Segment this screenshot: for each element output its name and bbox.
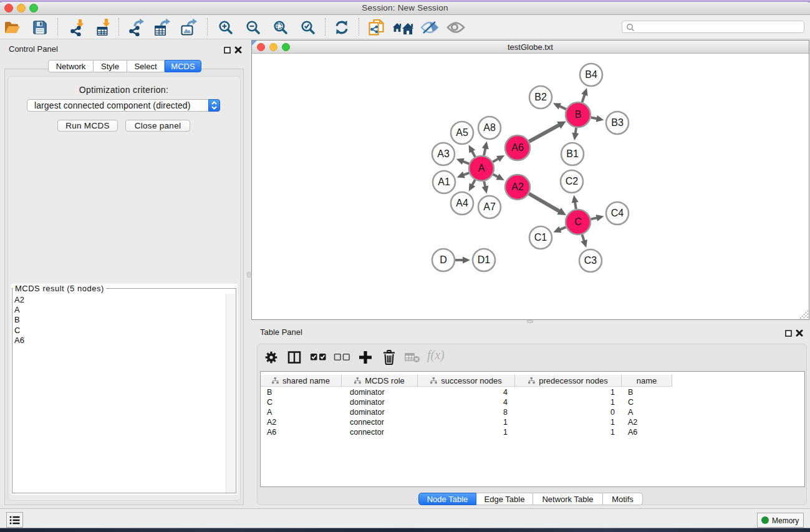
svg-text:C2: C2 bbox=[566, 176, 579, 186]
svg-text:A6: A6 bbox=[511, 142, 524, 153]
svg-text:C4: C4 bbox=[611, 208, 624, 218]
svg-text:A7: A7 bbox=[483, 201, 496, 212]
svg-text:B3: B3 bbox=[611, 117, 624, 128]
svg-text:A2: A2 bbox=[511, 181, 524, 192]
svg-text:C: C bbox=[574, 216, 582, 227]
svg-text:A: A bbox=[478, 163, 485, 173]
svg-text:B4: B4 bbox=[585, 69, 597, 80]
svg-text:B2: B2 bbox=[534, 92, 547, 102]
svg-text:B1: B1 bbox=[566, 148, 579, 159]
svg-text:A3: A3 bbox=[437, 148, 450, 159]
svg-text:C1: C1 bbox=[534, 232, 547, 243]
svg-text:D: D bbox=[440, 254, 447, 265]
svg-text:A1: A1 bbox=[438, 177, 450, 187]
svg-text:A5: A5 bbox=[456, 127, 468, 138]
svg-text:A8: A8 bbox=[483, 122, 496, 133]
svg-text:D1: D1 bbox=[478, 254, 491, 265]
svg-text:C3: C3 bbox=[584, 255, 597, 266]
svg-text:B: B bbox=[575, 109, 582, 120]
svg-text:A4: A4 bbox=[456, 198, 468, 208]
